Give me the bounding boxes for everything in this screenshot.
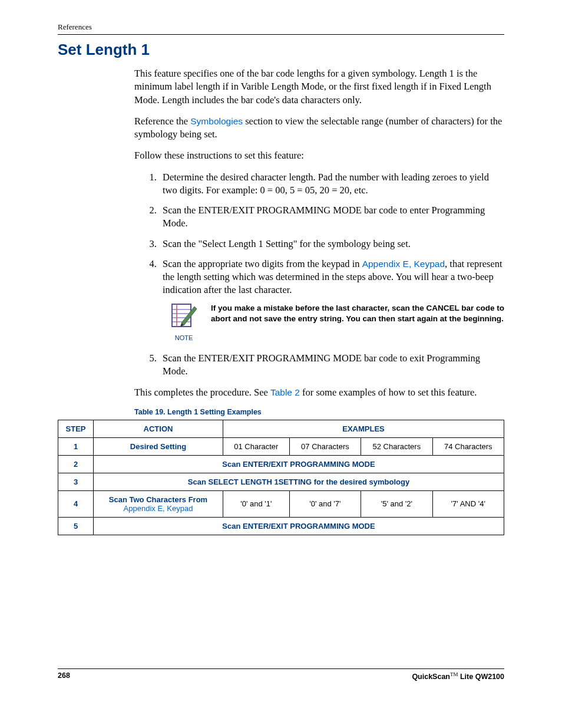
cell-step: 5 bbox=[58, 517, 94, 535]
cell-step: 4 bbox=[58, 490, 94, 517]
cell-span: Scan ENTER/EXIT PROGRAMMING MODE bbox=[94, 455, 504, 473]
page-number: 268 bbox=[58, 671, 70, 681]
cell-span: Scan ENTER/EXIT PROGRAMMING MODE bbox=[94, 517, 504, 535]
th-examples: EXAMPLES bbox=[223, 420, 504, 437]
table-row: 5 Scan ENTER/EXIT PROGRAMMING MODE bbox=[58, 517, 504, 535]
note-icon-wrap: NOTE bbox=[167, 301, 200, 342]
complete-paragraph: This completes the procedure. See Table … bbox=[134, 386, 504, 399]
cell: '0' and '7' bbox=[289, 490, 361, 517]
note-label: NOTE bbox=[167, 334, 200, 342]
cell: '5' and '2' bbox=[361, 490, 432, 517]
cell-step: 3 bbox=[58, 473, 94, 490]
intro-paragraph: This feature specifies one of the bar co… bbox=[134, 67, 504, 107]
appendix-link[interactable]: Appendix E, Keypad bbox=[362, 259, 445, 269]
page-title: Set Length 1 bbox=[58, 41, 504, 59]
th-step: STEP bbox=[58, 420, 94, 437]
step-1: Determine the desired character length. … bbox=[159, 171, 504, 197]
table-row: 4 Scan Two Characters From Appendix E, K… bbox=[58, 490, 504, 517]
body-content: This feature specifies one of the bar co… bbox=[134, 67, 504, 400]
cell-action: Desired Setting bbox=[94, 437, 223, 455]
cell-action: Scan Two Characters From Appendix E, Key… bbox=[94, 490, 223, 517]
text: Scan the appropriate two digits from the… bbox=[163, 258, 362, 269]
step-2: Scan the ENTER/EXIT PROGRAMMING MODE bar… bbox=[159, 204, 504, 230]
cell: '7' AND '4' bbox=[432, 490, 504, 517]
cell-step: 1 bbox=[58, 437, 94, 455]
table-row: 3 Scan SELECT LENGTH 1SETTING for the de… bbox=[58, 473, 504, 490]
table-link[interactable]: Table 2 bbox=[270, 387, 300, 397]
note-text: If you make a mistake before the last ch… bbox=[211, 301, 504, 324]
table-header-row: STEP ACTION EXAMPLES bbox=[58, 420, 504, 437]
text: This completes the procedure. See bbox=[134, 387, 270, 398]
symbologies-link[interactable]: Symbologies bbox=[190, 116, 243, 126]
th-action: ACTION bbox=[94, 420, 223, 437]
text: Lite QW2100 bbox=[458, 673, 505, 681]
text: Scan Two Characters From bbox=[109, 495, 207, 504]
cell: 01 Character bbox=[223, 437, 290, 455]
cell-span: Scan SELECT LENGTH 1SETTING for the desi… bbox=[94, 473, 504, 490]
cell: 07 Characters bbox=[289, 437, 361, 455]
footer-divider bbox=[58, 668, 504, 669]
table-row: 2 Scan ENTER/EXIT PROGRAMMING MODE bbox=[58, 455, 504, 473]
product-name: QuickScanTM Lite QW2100 bbox=[412, 671, 504, 681]
reference-paragraph: Reference the Symbologies section to vie… bbox=[134, 115, 504, 141]
note-block: NOTE If you make a mistake before the la… bbox=[163, 301, 504, 342]
running-header: References bbox=[58, 22, 504, 32]
step-5: Scan the ENTER/EXIT PROGRAMMING MODE bar… bbox=[159, 352, 504, 378]
step-3: Scan the "Select Length 1 Setting" for t… bbox=[159, 238, 504, 251]
text: Reference the bbox=[134, 116, 190, 127]
instruction-list: Determine the desired character length. … bbox=[134, 171, 504, 378]
table-row: 1 Desired Setting 01 Character 07 Charac… bbox=[58, 437, 504, 455]
page-footer: 268 QuickScanTM Lite QW2100 bbox=[58, 668, 504, 681]
follow-paragraph: Follow these instructions to set this fe… bbox=[134, 149, 504, 162]
text: for some examples of how to set this fea… bbox=[300, 387, 477, 398]
appendix-link[interactable]: Appendix E, Keypad bbox=[124, 504, 193, 513]
text: QuickScan bbox=[412, 673, 450, 681]
examples-table: STEP ACTION EXAMPLES 1 Desired Setting 0… bbox=[58, 420, 504, 535]
cell: 74 Characters bbox=[432, 437, 504, 455]
table-caption: Table 19. Length 1 Setting Examples bbox=[134, 408, 504, 416]
trademark: TM bbox=[450, 671, 458, 677]
divider bbox=[58, 34, 504, 35]
note-icon bbox=[167, 301, 200, 332]
cell-step: 2 bbox=[58, 455, 94, 473]
step-4: Scan the appropriate two digits from the… bbox=[159, 258, 504, 342]
cell: 52 Characters bbox=[361, 437, 432, 455]
cell: '0' and '1' bbox=[223, 490, 290, 517]
